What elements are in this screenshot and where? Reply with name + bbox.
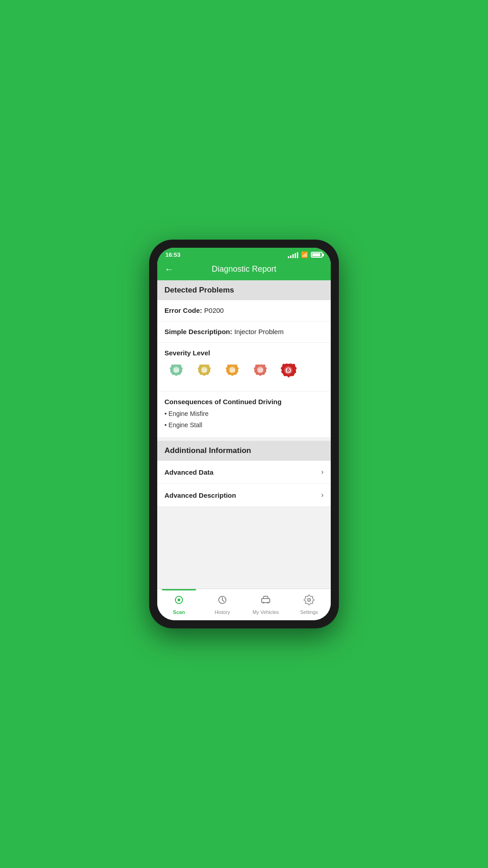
scan-label: Scan	[173, 609, 185, 615]
battery-icon	[311, 252, 323, 258]
severity-gear-3: 10	[221, 361, 244, 385]
svg-text:10: 10	[202, 368, 207, 373]
wifi-icon: 📶	[301, 251, 308, 258]
svg-text:10: 10	[230, 368, 235, 373]
svg-point-15	[263, 602, 264, 604]
nav-item-scan[interactable]: Scan	[157, 589, 201, 620]
svg-text:10: 10	[286, 368, 291, 373]
error-code-value: P0200	[204, 307, 224, 314]
severity-gear-1: 10	[164, 361, 188, 385]
signal-icon	[288, 252, 298, 258]
error-code-row: Error Code: P0200	[157, 300, 331, 321]
header-title: Diagnostic Report	[211, 264, 276, 274]
my-vehicles-label: My Vehicles	[253, 609, 279, 615]
severity-gear-4: 10	[249, 361, 272, 385]
bottom-nav: Scan History	[157, 589, 331, 620]
simple-desc-value: Injector Problem	[234, 328, 283, 335]
svg-text:10: 10	[174, 368, 179, 373]
additional-info-title: Addintional Information	[164, 446, 251, 455]
error-code-card: Error Code: P0200 Simple Descriptipon: I…	[157, 300, 331, 437]
simple-desc-label: Simple Descriptipon:	[164, 328, 232, 335]
detected-problems-header: Detected Problems	[157, 280, 331, 300]
svg-point-12	[178, 599, 180, 601]
svg-point-16	[267, 602, 269, 604]
content-area: Detected Problems Error Code: P0200 Simp…	[157, 280, 331, 589]
history-icon	[217, 594, 228, 608]
consequences-title: Consequences of Continued Driving	[164, 398, 324, 406]
nav-item-settings[interactable]: Settings	[287, 589, 331, 620]
svg-text:10: 10	[258, 368, 263, 373]
advanced-description-label: Advanced Description	[164, 491, 236, 499]
simple-desc-row: Simple Descriptipon: Injector Problem	[157, 321, 331, 343]
severity-icons: 10 10	[164, 361, 324, 385]
settings-label: Settings	[300, 609, 318, 615]
my-vehicles-icon	[260, 594, 271, 608]
advanced-description-chevron: ›	[321, 491, 324, 499]
advanced-data-row[interactable]: Advanced Data ›	[157, 461, 331, 484]
status-bar: 16:53 📶	[157, 248, 331, 260]
history-label: History	[215, 609, 230, 615]
scan-icon	[174, 594, 184, 608]
severity-label: Severity Level	[164, 349, 324, 357]
severity-gear-5-active: 10	[277, 361, 300, 385]
advanced-description-row[interactable]: Advanced Description ›	[157, 484, 331, 507]
error-code-label: Error Code:	[164, 307, 202, 314]
nav-item-history[interactable]: History	[201, 589, 244, 620]
status-time: 16:53	[165, 251, 180, 258]
advanced-data-chevron: ›	[321, 468, 324, 476]
settings-icon	[304, 594, 314, 608]
additional-info-section: Addintional Information Advanced Data › …	[157, 441, 331, 507]
app-header: ← Diagnostic Report	[157, 260, 331, 280]
nav-item-my-vehicles[interactable]: My Vehicles	[244, 589, 287, 620]
severity-row: Severity Level 10	[157, 343, 331, 392]
consequence-2: • Engine Stall	[164, 420, 324, 431]
status-icons: 📶	[288, 251, 323, 258]
consequences-row: Consequences of Continued Driving • Engi…	[157, 392, 331, 437]
additional-info-header: Addintional Information	[157, 441, 331, 461]
phone-screen: 16:53 📶 ← Diagnostic Report	[157, 248, 331, 620]
consequence-1: • Engine Misfire	[164, 408, 324, 420]
severity-gear-2: 10	[192, 361, 216, 385]
detected-problems-title: Detected Problems	[164, 286, 234, 294]
phone-frame: 16:53 📶 ← Diagnostic Report	[149, 240, 339, 628]
advanced-data-label: Advanced Data	[164, 468, 213, 476]
back-button[interactable]: ←	[164, 264, 174, 274]
